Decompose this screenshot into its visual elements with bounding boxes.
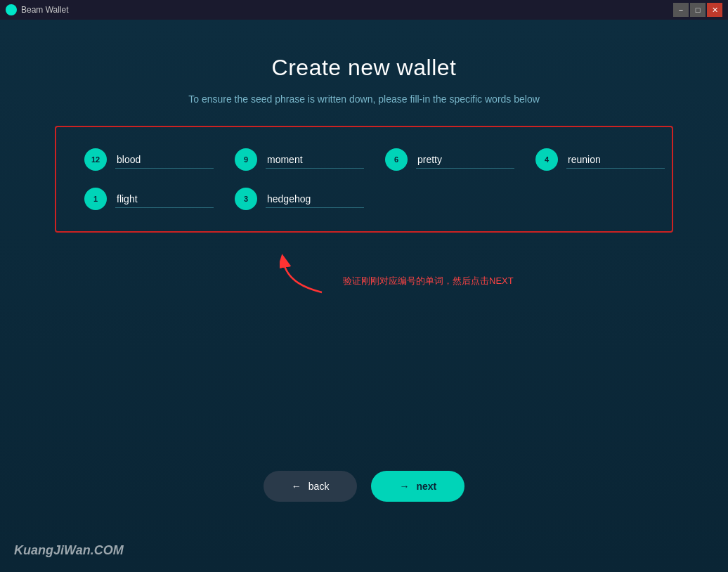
word-input-6[interactable] [416,151,514,169]
annotation-text: 验证刚刚对应编号的单词，然后点击NEXT [343,275,514,287]
app-icon [6,4,17,15]
annotation-arrow-icon [280,254,336,296]
word-item-9: 9 [235,148,364,171]
word-number-6: 6 [385,148,408,171]
word-item-6: 6 [385,148,514,171]
word-item-1: 1 [84,188,214,210]
page-title: Create new wallet [272,55,457,81]
next-arrow-icon: → [399,481,409,492]
word-number-3: 3 [235,188,257,210]
verify-box: 12 9 6 4 1 3 [55,126,673,233]
title-bar-left: Beam Wallet [6,4,69,15]
word-number-1: 1 [84,188,107,210]
title-bar-title: Beam Wallet [21,5,69,15]
word-input-1[interactable] [115,190,214,208]
main-content: Create new wallet To ensure the seed phr… [0,20,728,572]
word-number-12: 12 [84,148,107,171]
watermark: KuangJiWan.COM [14,543,124,558]
word-item-4: 4 [535,148,665,171]
back-label: back [308,481,330,492]
next-label: next [416,481,436,492]
word-row-2: 1 3 [84,188,644,210]
page-subtitle: To ensure the seed phrase is written dow… [188,93,540,105]
button-row: ← back → next [264,471,464,502]
word-number-4: 4 [535,148,558,171]
word-input-3[interactable] [266,190,364,208]
title-bar: Beam Wallet − □ ✕ [0,0,728,20]
annotation-area: 验证刚刚对应编号的单词，然后点击NEXT [55,247,673,310]
close-button[interactable]: ✕ [707,3,722,17]
word-item-12: 12 [84,148,214,171]
minimize-button[interactable]: − [673,3,689,17]
title-bar-controls: − □ ✕ [673,3,722,17]
word-input-9[interactable] [266,151,364,169]
word-input-4[interactable] [566,151,665,169]
arrow-container: 验证刚刚对应编号的单词，然后点击NEXT [280,254,514,296]
back-button[interactable]: ← back [264,471,358,502]
maximize-button[interactable]: □ [690,3,706,17]
word-input-12[interactable] [115,151,214,169]
word-item-3: 3 [235,188,364,210]
next-button[interactable]: → next [371,471,464,502]
word-row-1: 12 9 6 4 [84,148,644,171]
word-number-9: 9 [235,148,257,171]
back-arrow-icon: ← [292,481,301,492]
